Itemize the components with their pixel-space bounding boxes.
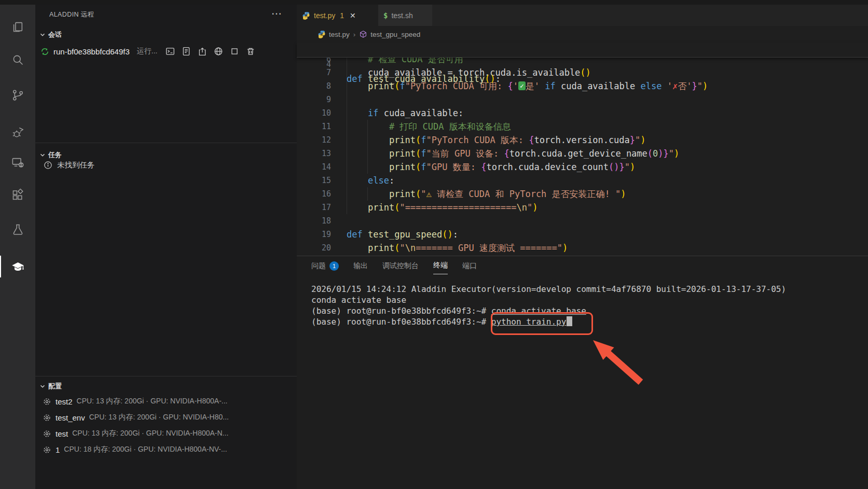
config-item-test2[interactable]: test2CPU: 13 内存: 200Gi · GPU: NVIDIA-H80… bbox=[43, 394, 293, 409]
panel-tab-调试控制台[interactable]: 调试控制台 bbox=[382, 261, 419, 274]
code-token: \n bbox=[405, 243, 416, 253]
open-terminal-icon[interactable] bbox=[166, 47, 175, 56]
python-file-icon bbox=[318, 30, 326, 38]
section-header-config[interactable]: 配置 bbox=[39, 382, 62, 391]
code-text: # 打印 CUDA 版本和设备信息 bbox=[347, 120, 511, 133]
code-token bbox=[540, 81, 545, 91]
code-token: ) bbox=[674, 148, 679, 159]
code-line[interactable]: 10 if cuda_available: bbox=[297, 106, 868, 120]
config-description: CPU: 18 内存: 200Gi · GPU: NVIDIA-H800A-NV… bbox=[64, 445, 227, 454]
terminal-line: conda activate base bbox=[311, 295, 406, 305]
stop-session-icon[interactable] bbox=[230, 47, 239, 56]
code-token bbox=[347, 162, 389, 172]
sidebar-item-extensions[interactable] bbox=[0, 181, 35, 208]
section-label: 会话 bbox=[48, 30, 62, 39]
code-token bbox=[347, 175, 368, 186]
upload-file-icon[interactable] bbox=[198, 47, 207, 56]
code-token: f bbox=[421, 135, 426, 145]
terminal-text: 2026/01/15 14:24:12 Aladdin Executor(ver… bbox=[311, 284, 786, 294]
code-token: # 打印 CUDA 版本和设备信息 bbox=[347, 121, 511, 132]
section-header-tasks[interactable]: 任务 bbox=[39, 150, 62, 160]
sidebar-item-source-control[interactable] bbox=[0, 81, 35, 108]
code-token: ( bbox=[485, 74, 490, 84]
code-token: f bbox=[421, 162, 426, 172]
panel-tab-输出[interactable]: 输出 bbox=[353, 261, 368, 274]
config-item-test[interactable]: testCPU: 13 内存: 200Gi · GPU: NVIDIA-H800… bbox=[43, 426, 293, 441]
code-line[interactable]: 16 print("⚠ 请检查 CUDA 和 PyTorch 是否安装正确! "… bbox=[297, 187, 868, 201]
code-line[interactable]: 15 else: bbox=[297, 174, 868, 187]
panel-tab-终端[interactable]: 终端 bbox=[433, 261, 448, 274]
code-token: " bbox=[527, 202, 532, 213]
code-token: ) bbox=[621, 189, 626, 199]
config-item-test_env[interactable]: test_envCPU: 13 内存: 200Gi · GPU: NVIDIA-… bbox=[43, 410, 293, 425]
panel-tab-端口[interactable]: 端口 bbox=[462, 261, 477, 274]
code-token: } bbox=[630, 135, 635, 145]
breadcrumb-symbol[interactable]: test_gpu_speed bbox=[370, 31, 420, 38]
code-token bbox=[363, 74, 368, 84]
code-token: ) bbox=[630, 162, 635, 172]
sidebar-item-explorer[interactable] bbox=[0, 13, 35, 40]
code-token: torch.cuda.get_device_name bbox=[509, 148, 647, 159]
config-item-1[interactable]: 1CPU: 18 内存: 200Gi · GPU: NVIDIA-H800A-N… bbox=[43, 442, 293, 457]
sidebar-item-search[interactable] bbox=[0, 46, 35, 73]
line-number: 12 bbox=[297, 133, 331, 147]
session-row[interactable]: run-bf0e38bbfcd649f3 运行... bbox=[40, 45, 293, 58]
view-logs-icon[interactable] bbox=[182, 47, 191, 56]
problems-count-badge: 1 bbox=[329, 261, 339, 271]
beaker-icon bbox=[11, 222, 25, 236]
panel-tab-label: 问题 bbox=[311, 261, 326, 271]
panel-tab-问题[interactable]: 问题1 bbox=[311, 261, 339, 274]
code-token: : bbox=[453, 229, 458, 240]
code-line[interactable]: 13 print(f"当前 GPU 设备: {torch.cuda.get_de… bbox=[297, 147, 868, 160]
code-token: if bbox=[545, 81, 555, 91]
breadcrumb-file[interactable]: test.py bbox=[329, 31, 350, 38]
sidebar-item-testing[interactable] bbox=[0, 216, 35, 243]
sidebar-item-aladdin[interactable] bbox=[0, 253, 35, 280]
tasks-empty-label: 未找到任务 bbox=[57, 160, 95, 170]
code-token: " bbox=[635, 135, 640, 145]
search-icon bbox=[11, 53, 25, 67]
editor-tab-bar: test.py 1 ✕ $ test.sh bbox=[297, 5, 868, 26]
code-token: ======= GPU 速度测试 =======" bbox=[416, 243, 562, 253]
section-header-session[interactable]: 会话 bbox=[39, 30, 62, 39]
code-token: "PyTorch CUDA 版本: bbox=[426, 135, 529, 145]
code-token: " bbox=[399, 243, 405, 253]
code-token: { bbox=[507, 81, 513, 91]
terminal-text: (base) root@run-bf0e38bbfcd649f3:~# bbox=[311, 306, 491, 316]
code-token: ) bbox=[448, 229, 453, 240]
code-token: else bbox=[368, 175, 389, 186]
code-token: print bbox=[368, 202, 394, 213]
delete-trash-icon[interactable] bbox=[246, 47, 255, 56]
files-icon bbox=[11, 20, 25, 34]
sticky-scroll-line[interactable]: 4 def test_cuda_availability(): bbox=[297, 43, 868, 58]
code-token: if bbox=[368, 108, 378, 118]
tab-test-sh[interactable]: $ test.sh bbox=[378, 5, 432, 26]
tab-label: test.sh bbox=[391, 11, 412, 20]
code-line[interactable]: 14 print(f"GPU 数量: {torch.cuda.device_co… bbox=[297, 160, 868, 174]
line-number: 13 bbox=[297, 147, 331, 160]
code-token: ( bbox=[416, 135, 421, 145]
code-line[interactable]: 9 bbox=[297, 93, 868, 106]
code-line[interactable]: 20 print("\n======= GPU 速度测试 =======") bbox=[297, 241, 868, 255]
code-token: { bbox=[504, 148, 509, 159]
more-actions-icon[interactable]: ⋯ bbox=[271, 7, 282, 20]
graduation-cap-icon bbox=[11, 260, 25, 274]
code-line[interactable]: 11 # 打印 CUDA 版本和设备信息 bbox=[297, 120, 868, 133]
code-line[interactable]: 17 print("=====================\n") bbox=[297, 201, 868, 214]
code-text: else: bbox=[347, 174, 394, 187]
code-token bbox=[347, 108, 368, 118]
sidebar-item-remote-explorer[interactable] bbox=[0, 149, 35, 176]
close-icon[interactable]: ✕ bbox=[350, 11, 356, 20]
tab-test-py[interactable]: test.py 1 ✕ bbox=[297, 5, 378, 26]
code-line[interactable]: 18 bbox=[297, 214, 868, 228]
session-name: run-bf0e38bbfcd649f3 bbox=[53, 47, 130, 56]
code-line[interactable]: 19def test_gpu_speed(): bbox=[297, 228, 868, 241]
line-number: 14 bbox=[297, 160, 331, 174]
sidebar-item-run-debug[interactable] bbox=[0, 119, 35, 146]
code-line[interactable]: 12 print(f"PyTorch CUDA 版本: {torch.versi… bbox=[297, 133, 868, 147]
web-globe-icon[interactable] bbox=[214, 47, 223, 56]
code-text: print("⚠ 请检查 CUDA 和 PyTorch 是否安装正确! ") bbox=[347, 187, 626, 201]
code-token: : bbox=[495, 74, 501, 84]
code-token: ) bbox=[658, 148, 663, 159]
panel-tab-label: 调试控制台 bbox=[382, 261, 419, 271]
